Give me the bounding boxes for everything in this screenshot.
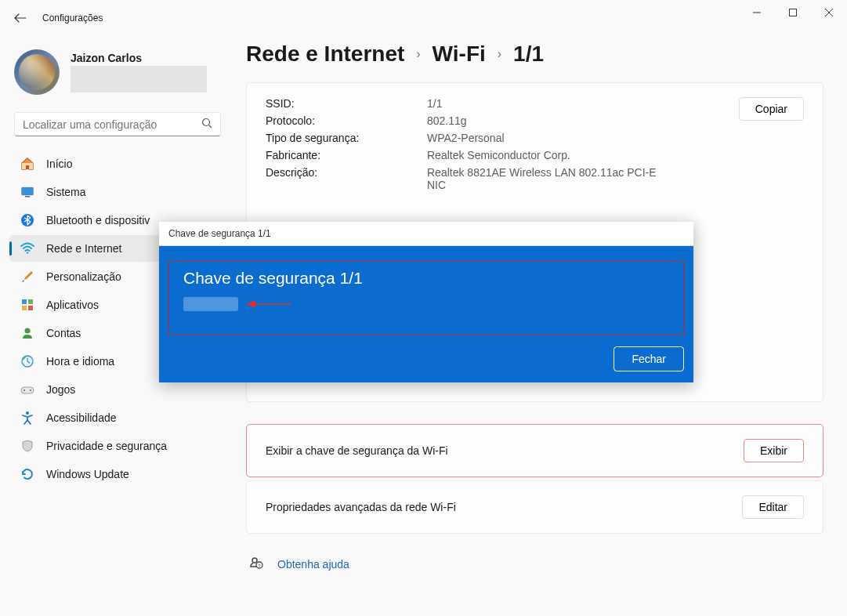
sidebar-item-update[interactable]: Windows Update — [9, 461, 226, 487]
key-highlight-box: Chave de segurança 1/1 — [168, 260, 684, 335]
key-value-redacted — [183, 297, 238, 311]
svg-rect-9 — [25, 196, 30, 197]
window-title: Configurações — [42, 13, 103, 24]
shield-icon — [20, 439, 34, 453]
avatar[interactable] — [14, 49, 60, 95]
update-icon — [20, 467, 34, 481]
show-key-label: Exibir a chave de segurança da Wi-Fi — [266, 444, 448, 457]
chevron-right-icon: › — [416, 47, 420, 61]
maximize-button[interactable] — [775, 0, 811, 25]
search-icon — [201, 118, 212, 131]
svg-rect-1 — [790, 9, 797, 16]
advanced-props-card: Propriedades avançadas da rede Wi-Fi Edi… — [246, 480, 823, 534]
search-input[interactable] — [23, 118, 201, 131]
search-box[interactable] — [14, 112, 221, 136]
svg-point-11 — [27, 252, 29, 254]
prop-value-desc: Realtek 8821AE Wireless LAN 802.11ac PCI… — [427, 166, 662, 191]
prop-label-security: Tipo de segurança: — [266, 132, 427, 144]
sidebar-item-label: Hora e idioma — [46, 355, 114, 368]
breadcrumb: Rede e Internet › Wi-Fi › 1/1 — [246, 42, 823, 67]
bluetooth-icon — [20, 213, 34, 227]
prop-label-protocol: Protocolo: — [266, 114, 427, 127]
help-icon: ? — [249, 556, 263, 572]
help-link-row: ? Obtenha ajuda — [246, 553, 823, 575]
advanced-props-label: Propriedades avançadas da rede Wi-Fi — [266, 501, 456, 513]
sidebar-item-accessibility[interactable]: Acessibilidade — [9, 404, 226, 431]
sidebar-item-label: Windows Update — [46, 468, 129, 480]
breadcrumb-current: 1/1 — [513, 42, 544, 67]
apps-icon — [20, 298, 34, 312]
close-button[interactable] — [811, 0, 847, 25]
games-icon — [20, 382, 34, 397]
system-icon — [20, 185, 34, 199]
security-key-dialog: Chave de segurança 1/1 Chave de seguranç… — [159, 222, 693, 382]
accessibility-icon — [20, 411, 34, 425]
edit-button[interactable]: Editar — [742, 495, 804, 519]
brush-icon — [20, 270, 34, 284]
prop-value-security: WPA2-Personal — [427, 132, 662, 144]
sidebar-item-label: Jogos — [46, 383, 75, 396]
prop-value-protocol: 802.11g — [427, 114, 662, 127]
svg-rect-18 — [21, 387, 34, 393]
sidebar-item-label: Acessibilidade — [46, 411, 117, 424]
svg-point-4 — [203, 119, 210, 126]
svg-point-16 — [25, 328, 31, 334]
svg-point-20 — [30, 390, 31, 391]
arrow-annotation-icon — [246, 299, 291, 310]
prop-label-desc: Descrição: — [266, 166, 427, 179]
svg-point-22 — [252, 558, 257, 563]
back-button[interactable] — [14, 12, 27, 24]
prop-value-vendor: Realtek Semiconductor Corp. — [427, 149, 662, 161]
sidebar-item-label: Contas — [46, 327, 81, 339]
help-link[interactable]: Obtenha ajuda — [277, 558, 349, 571]
svg-rect-14 — [22, 306, 27, 310]
svg-rect-8 — [22, 187, 34, 195]
svg-rect-15 — [28, 306, 33, 310]
sidebar-item-label: Início — [46, 158, 72, 170]
account-icon — [20, 326, 34, 340]
sidebar-item-label: Privacidade e segurança — [46, 440, 167, 452]
user-name: Jaizon Carlos — [71, 52, 207, 64]
sidebar-item-label: Aplicativos — [46, 299, 99, 311]
window-controls — [739, 0, 847, 25]
prop-label-vendor: Fabricante: — [266, 149, 427, 161]
show-button[interactable]: Exibir — [744, 439, 804, 462]
sidebar-item-home[interactable]: Início — [9, 150, 226, 177]
sidebar-item-label: Sistema — [46, 186, 86, 198]
prop-value-ssid: 1/1 — [427, 97, 662, 110]
svg-point-21 — [26, 411, 29, 415]
user-section: Jaizon Carlos — [9, 42, 226, 109]
svg-line-5 — [209, 125, 212, 129]
svg-rect-13 — [28, 299, 33, 304]
wifi-icon — [20, 241, 34, 255]
time-icon — [20, 354, 34, 368]
svg-point-19 — [24, 390, 25, 391]
sidebar-item-system[interactable]: Sistema — [9, 179, 226, 205]
titlebar: Configurações — [0, 0, 847, 32]
sidebar-item-label: Bluetooth e dispositiv — [46, 214, 150, 226]
sidebar-item-privacy[interactable]: Privacidade e segurança — [9, 433, 226, 459]
dialog-title: Chave de segurança 1/1 — [159, 222, 693, 246]
sidebar-item-label: Rede e Internet — [46, 242, 122, 255]
svg-rect-7 — [26, 165, 29, 169]
breadcrumb-wifi[interactable]: Wi-Fi — [433, 42, 486, 67]
copy-button[interactable]: Copiar — [739, 97, 804, 121]
prop-label-ssid: SSID: — [266, 97, 427, 110]
sidebar-item-label: Personalização — [46, 270, 121, 283]
show-key-card: Exibir a chave de segurança da Wi-Fi Exi… — [246, 424, 823, 477]
chevron-right-icon: › — [498, 47, 501, 61]
dialog-close-button[interactable]: Fechar — [614, 346, 684, 371]
home-icon — [20, 157, 34, 171]
dialog-heading: Chave de segurança 1/1 — [183, 269, 669, 288]
user-email-redacted — [71, 66, 207, 92]
breadcrumb-network[interactable]: Rede e Internet — [246, 42, 404, 67]
svg-rect-12 — [22, 299, 27, 304]
minimize-button[interactable] — [739, 0, 775, 25]
